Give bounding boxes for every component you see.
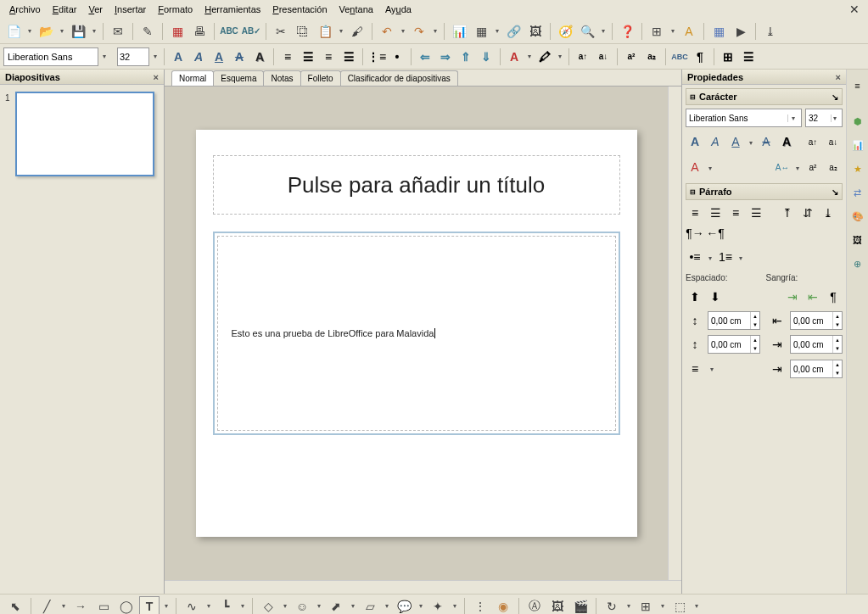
decrease-font-button[interactable]: a↓ xyxy=(594,47,613,66)
rect-icon[interactable]: ▭ xyxy=(93,596,114,615)
align-justify-button[interactable]: ☰ xyxy=(339,47,358,66)
shadow-button[interactable]: A xyxy=(250,47,269,66)
line-spacing-icon[interactable]: ≡ xyxy=(686,360,704,378)
spin-down[interactable]: ▼ xyxy=(833,344,842,353)
bold-button[interactable]: A xyxy=(169,47,188,66)
chart-icon[interactable]: 📊 xyxy=(449,21,469,42)
slide-page[interactable]: Pulse para añadir un título Esto es una … xyxy=(196,130,637,537)
indent-right-spinner[interactable]: ▲▼ xyxy=(790,335,843,354)
block-arrows-icon[interactable]: ⬈ xyxy=(326,596,346,615)
font-size-combo[interactable] xyxy=(117,47,149,66)
sidebar-size-input[interactable] xyxy=(809,114,831,123)
content-text-box[interactable]: Esto es una prueba de LibreOffice para M… xyxy=(213,232,620,435)
highlight-dropdown[interactable]: ▾ xyxy=(556,47,564,67)
symbol-shapes-dropdown[interactable]: ▾ xyxy=(315,596,323,615)
hyperlink-icon[interactable]: 🔗 xyxy=(503,21,524,42)
first-line-input[interactable] xyxy=(791,365,832,374)
autospell-icon[interactable]: AB✓ xyxy=(241,21,261,42)
menu-editar[interactable]: Editar xyxy=(47,2,83,17)
increase-font-button[interactable]: a↑ xyxy=(574,47,592,66)
stars-icon[interactable]: ✦ xyxy=(428,596,448,615)
sidetab-animation-icon[interactable]: ★ xyxy=(848,159,867,178)
table-icon[interactable]: ▦ xyxy=(471,21,491,42)
sb-valign-top-button[interactable]: ⤒ xyxy=(778,204,797,222)
slide-canvas[interactable]: Pulse para añadir un título Esto es una … xyxy=(165,87,668,580)
sb-shadow-button[interactable]: A xyxy=(777,132,796,151)
space-above-input[interactable] xyxy=(708,316,750,326)
new-doc-dropdown[interactable]: ▾ xyxy=(25,21,34,42)
sidetab-properties-icon[interactable]: ⬢ xyxy=(848,112,867,131)
space-above-spinner[interactable]: ▲▼ xyxy=(708,311,760,330)
spellcheck-icon[interactable]: ABC xyxy=(219,21,239,42)
align-objects-dropdown[interactable]: ▾ xyxy=(658,596,667,615)
character-section-header[interactable]: ⊟ Carácter ↘ xyxy=(686,88,843,105)
grid-dropdown[interactable]: ▾ xyxy=(669,21,677,42)
basic-shapes-dropdown[interactable]: ▾ xyxy=(281,596,289,615)
last-slide-icon[interactable]: ⤓ xyxy=(760,21,781,42)
bullets-toggle-button[interactable]: • xyxy=(388,47,406,66)
font-name-combo[interactable] xyxy=(3,47,98,66)
open-icon[interactable]: 📂 xyxy=(36,21,56,42)
copy-icon[interactable]: ⿻ xyxy=(293,21,313,42)
flowchart-dropdown[interactable]: ▾ xyxy=(383,596,391,615)
from-file-icon[interactable]: 🖼 xyxy=(547,596,568,615)
menu-presentacion[interactable]: Presentación xyxy=(266,2,333,17)
navigator-icon[interactable]: 🧭 xyxy=(555,21,575,42)
stars-dropdown[interactable]: ▾ xyxy=(451,596,459,615)
spin-down[interactable]: ▼ xyxy=(833,321,842,329)
char-more-icon[interactable]: ↘ xyxy=(832,92,838,102)
connector-dropdown[interactable]: ▾ xyxy=(238,596,247,615)
close-icon[interactable]: ✕ xyxy=(844,3,865,16)
sb-decrease-font-button[interactable]: a↓ xyxy=(824,132,843,151)
subscript-button[interactable]: a₂ xyxy=(642,47,661,66)
undo-icon[interactable]: ↶ xyxy=(377,21,397,42)
points-icon[interactable]: ⋮ xyxy=(470,596,490,615)
sb-valign-mid-button[interactable]: ⇵ xyxy=(798,204,817,222)
menu-herramientas[interactable]: Herramientas xyxy=(199,2,266,17)
sb-font-color-button[interactable]: A xyxy=(686,158,704,176)
sidetab-navigator-icon[interactable]: ⊕ xyxy=(848,254,867,273)
connector-icon[interactable]: ┗ xyxy=(216,596,236,615)
bullets-button[interactable]: ⋮≡ xyxy=(367,47,386,66)
sb-char-spacing-dropdown[interactable]: ▾ xyxy=(793,158,802,178)
zoom-icon[interactable]: 🔍 xyxy=(577,21,597,42)
cut-icon[interactable]: ✂ xyxy=(271,21,291,42)
curve-icon[interactable]: ∿ xyxy=(182,596,202,615)
movie-icon[interactable]: 🎬 xyxy=(570,596,591,615)
sb-rtl-button[interactable]: ←¶ xyxy=(706,224,725,243)
sb-align-left-button[interactable]: ≡ xyxy=(686,204,704,222)
slides-panel-close-icon[interactable]: × xyxy=(154,72,159,82)
tab-outline[interactable]: Esquema xyxy=(213,70,264,86)
sb-valign-bottom-button[interactable]: ⤓ xyxy=(819,204,837,222)
help-icon[interactable]: ❓ xyxy=(617,21,637,42)
spin-up[interactable]: ▲ xyxy=(751,312,759,321)
arrange-icon[interactable]: ⬚ xyxy=(669,596,690,615)
text-dropdown[interactable]: ▾ xyxy=(162,596,171,615)
font-size-input[interactable] xyxy=(120,52,147,62)
spin-up[interactable]: ▲ xyxy=(751,336,759,344)
sidetab-transition-icon[interactable]: ⇄ xyxy=(848,183,867,202)
font-color-dropdown[interactable]: ▾ xyxy=(525,47,534,67)
callouts-icon[interactable]: 💬 xyxy=(394,596,414,615)
sidetab-styles-icon[interactable]: 🎨 xyxy=(848,207,867,226)
email-icon[interactable]: ✉ xyxy=(108,21,128,42)
arrow-icon[interactable]: → xyxy=(70,596,91,615)
spin-down[interactable]: ▼ xyxy=(751,321,759,329)
menu-archivo[interactable]: AArchivorchivo xyxy=(3,2,47,17)
curve-dropdown[interactable]: ▾ xyxy=(204,596,213,615)
open-dropdown[interactable]: ▾ xyxy=(58,21,66,42)
sb-align-center-button[interactable]: ☰ xyxy=(706,204,725,222)
slide-thumb-1[interactable]: 1 xyxy=(15,92,154,176)
align-objects-icon[interactable]: ⊞ xyxy=(636,596,656,615)
indent-left-input[interactable] xyxy=(791,316,832,326)
sidetab-master-icon[interactable]: 📊 xyxy=(848,136,867,154)
properties-close-icon[interactable]: × xyxy=(836,72,841,82)
sidebar-font-dropdown[interactable]: ▾ xyxy=(787,114,798,122)
menu-insertar[interactable]: Insertar xyxy=(109,2,152,17)
sb-font-color-dropdown[interactable]: ▾ xyxy=(706,158,714,178)
sb-increase-font-button[interactable]: a↑ xyxy=(804,132,822,151)
first-line-spinner[interactable]: ▲▼ xyxy=(790,360,843,378)
tab-normal[interactable]: Normal xyxy=(171,70,214,86)
para-more-icon[interactable]: ↘ xyxy=(832,187,838,197)
space-below-input[interactable] xyxy=(708,340,750,349)
